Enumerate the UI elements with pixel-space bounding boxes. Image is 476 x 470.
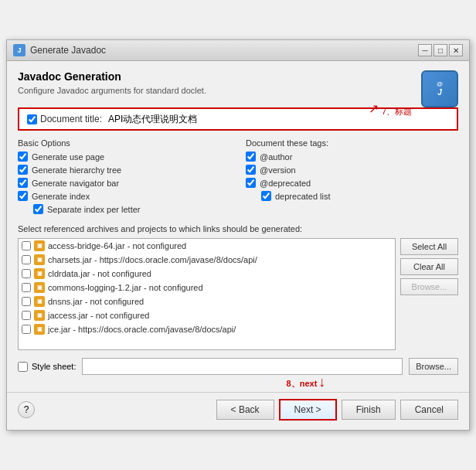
content-area: Javadoc Generation Configure Javadoc arg… — [7, 61, 469, 392]
basic-options-title: Basic Options — [18, 138, 230, 148]
separate-index-checkbox[interactable] — [33, 204, 43, 214]
window-title: Generate Javadoc — [30, 45, 106, 56]
index-label: Generate index — [32, 192, 90, 201]
header-row: Javadoc Generation Configure Javadoc arg… — [18, 70, 458, 107]
footer-right: < Back 8、next ↓ Next > Finish Cancel — [216, 399, 458, 421]
hierarchy-checkbox[interactable] — [18, 165, 28, 175]
deprecated-list-label: deprecated list — [275, 192, 331, 201]
jar-icon: ▣ — [34, 324, 45, 335]
stylesheet-row: Style sheet: Browse... — [18, 358, 458, 375]
archive-checkbox-1[interactable] — [22, 255, 31, 264]
close-button[interactable]: ✕ — [449, 44, 463, 56]
list-item: ▣ access-bridge-64.jar - not configured — [19, 239, 395, 253]
archive-checkbox-3[interactable] — [22, 283, 31, 292]
document-title-checkbox[interactable] — [27, 114, 37, 124]
use-page-label: Generate use page — [32, 152, 104, 162]
jar-icon: ▣ — [34, 268, 45, 279]
list-item: ▣ charsets.jar - https://docs.oracle.com… — [19, 253, 395, 267]
options-columns: Basic Options Generate use page Generate… — [18, 138, 458, 216]
archive-checkbox-2[interactable] — [22, 269, 31, 278]
basic-opt-index: Generate index — [18, 190, 230, 202]
archive-item-label: access-bridge-64.jar - not configured — [48, 241, 186, 250]
stylesheet-checkbox[interactable] — [18, 362, 28, 372]
version-label: @version — [260, 165, 296, 175]
version-checkbox[interactable] — [246, 165, 256, 175]
archive-list-wrapper[interactable]: ▣ access-bridge-64.jar - not configured … — [18, 238, 396, 350]
basic-opt-navigator: Generate navigator bar — [18, 177, 230, 189]
list-item: ▣ commons-logging-1.2.jar - not configur… — [19, 281, 395, 295]
next-button[interactable]: Next > — [279, 399, 337, 421]
maximize-button[interactable]: □ — [434, 44, 447, 56]
archive-checkbox-5[interactable] — [22, 311, 31, 320]
separate-index-label: Separate index per letter — [47, 205, 140, 214]
list-item: ▣ jce.jar - https://docs.oracle.com/java… — [19, 322, 395, 336]
tag-author: @author — [246, 151, 458, 162]
cancel-button[interactable]: Cancel — [400, 400, 458, 420]
navigator-label: Generate navigator bar — [32, 179, 119, 188]
finish-button[interactable]: Finish — [342, 400, 396, 420]
window-controls: ─ □ ✕ — [418, 44, 463, 56]
page-subtitle: Configure Javadoc arguments for standard… — [18, 86, 206, 95]
jar-icon: ▣ — [34, 240, 45, 251]
archive-label: Select referenced archives and projects … — [18, 224, 458, 233]
archive-item-label: jce.jar - https://docs.oracle.com/javase… — [48, 325, 236, 334]
jar-icon: ▣ — [34, 310, 45, 321]
basic-options-col: Basic Options Generate use page Generate… — [18, 138, 230, 216]
browse-stylesheet-button[interactable]: Browse... — [409, 358, 458, 375]
help-button[interactable]: ? — [18, 401, 35, 418]
title-bar: J Generate Javadoc ─ □ ✕ — [7, 40, 469, 61]
archive-item-label: dnsns.jar - not configured — [48, 297, 144, 306]
document-title-input[interactable] — [108, 114, 449, 124]
document-title-label: Document title: — [27, 114, 102, 124]
next-annotation: 8、next ↓ — [287, 377, 326, 390]
basic-opt-separate-index: Separate index per letter — [33, 203, 230, 215]
list-item: ▣ dnsns.jar - not configured — [19, 295, 395, 308]
main-window: J Generate Javadoc ─ □ ✕ Javadoc Generat… — [6, 39, 470, 431]
tag-deprecated: @deprecated — [246, 177, 458, 189]
author-checkbox[interactable] — [246, 152, 256, 162]
document-title-box: Document title: — [18, 107, 458, 131]
footer: ? < Back 8、next ↓ Next > Finish Cancel — [7, 392, 469, 430]
javadoc-icon: @ J — [421, 70, 458, 107]
document-tags-title: Document these tags: — [246, 138, 458, 148]
page-title: Javadoc Generation — [18, 70, 206, 83]
window-icon: J — [13, 44, 26, 56]
browse-archives-button[interactable]: Browse... — [400, 278, 458, 295]
document-tags-col: Document these tags: @author @version @d… — [246, 138, 458, 216]
list-item: ▣ jaccess.jar - not configured — [19, 308, 395, 322]
hierarchy-label: Generate hierarchy tree — [32, 165, 121, 175]
archive-item-label: jaccess.jar - not configured — [48, 311, 149, 320]
document-title-area: Document title: ↗ 7、标题 — [18, 107, 458, 131]
stylesheet-label: Style sheet: — [18, 362, 76, 372]
deprecated-checkbox[interactable] — [246, 178, 256, 188]
tag-version: @version — [246, 164, 458, 175]
archive-list: ▣ access-bridge-64.jar - not configured … — [19, 239, 395, 336]
archive-checkbox-0[interactable] — [22, 241, 31, 250]
archive-item-label: commons-logging-1.2.jar - not configured — [48, 283, 203, 292]
archive-buttons: Select All Clear All Browse... — [400, 238, 458, 350]
deprecated-label: @deprecated — [260, 179, 311, 188]
select-all-button[interactable]: Select All — [400, 238, 458, 255]
archive-item-label: cldrdata.jar - not configured — [48, 269, 151, 278]
basic-opt-use-page: Generate use page — [18, 151, 230, 162]
archive-section: Select referenced archives and projects … — [18, 224, 458, 350]
stylesheet-input[interactable] — [82, 358, 403, 375]
header-text: Javadoc Generation Configure Javadoc arg… — [18, 70, 206, 104]
deprecated-list-checkbox[interactable] — [261, 191, 271, 201]
archive-row: ▣ access-bridge-64.jar - not configured … — [18, 238, 458, 350]
minimize-button[interactable]: ─ — [418, 44, 432, 56]
clear-all-button[interactable]: Clear All — [400, 258, 458, 275]
author-label: @author — [260, 152, 292, 162]
title-bar-left: J Generate Javadoc — [13, 44, 106, 56]
next-button-container: 8、next ↓ Next > — [279, 399, 337, 421]
jar-icon: ▣ — [34, 254, 45, 265]
jar-icon: ▣ — [34, 296, 45, 307]
navigator-checkbox[interactable] — [18, 178, 28, 188]
index-checkbox[interactable] — [18, 191, 28, 201]
tag-deprecated-list: deprecated list — [261, 190, 458, 202]
back-button[interactable]: < Back — [216, 400, 274, 420]
archive-checkbox-4[interactable] — [22, 297, 31, 306]
archive-checkbox-6[interactable] — [22, 325, 31, 334]
use-page-checkbox[interactable] — [18, 152, 28, 162]
archive-item-label: charsets.jar - https://docs.oracle.com/j… — [48, 255, 257, 264]
